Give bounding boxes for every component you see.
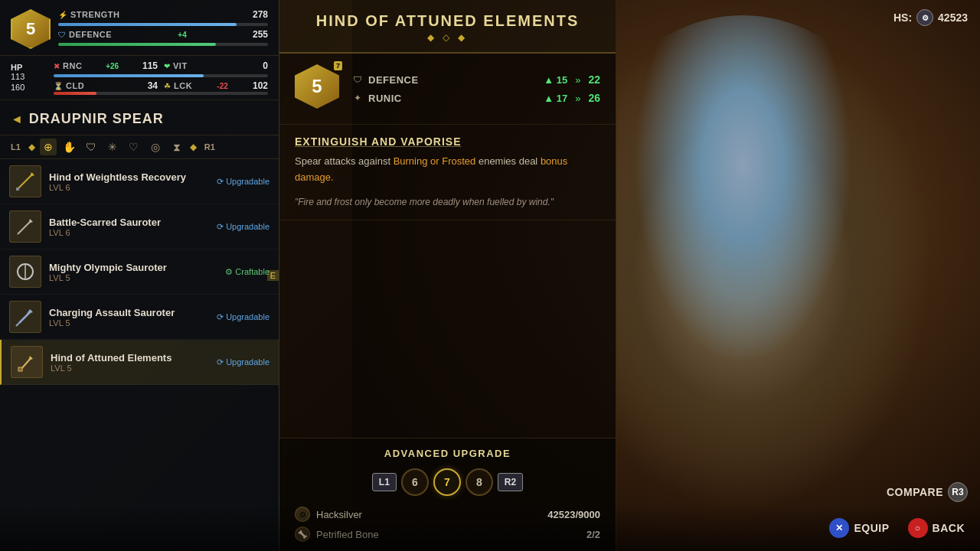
ability-description: Spear attacks against Burning or Frosted… bbox=[295, 154, 600, 186]
left-panel: 5 ⚡ STRENGTH 278 🛡 DEFENCE bbox=[0, 0, 279, 551]
svg-marker-1 bbox=[30, 172, 34, 177]
hp-val1: 113 bbox=[11, 72, 41, 82]
item-level: LVL 6 bbox=[49, 183, 209, 192]
weapon-arrow-icon: ◄ bbox=[11, 112, 23, 126]
rnc-bonus: +26 bbox=[106, 62, 119, 70]
list-item[interactable]: Mighty Olympic Sauroter LVL 5 ⚙ Craftabl… bbox=[0, 249, 279, 295]
defence-icon: 🛡 bbox=[351, 73, 364, 86]
list-item[interactable]: Charging Assault Sauroter LVL 5 ⟳ Upgrad… bbox=[0, 295, 279, 340]
hp-bar bbox=[54, 74, 268, 77]
compare-label: COMPARE bbox=[887, 486, 943, 498]
item-status: ⟳ Upgradable bbox=[217, 357, 270, 367]
nav-tabs[interactable]: L1 ◆ ⊕ ✋ 🛡 ✳ ♡ ◎ ⧗ ◆ R1 bbox=[0, 135, 279, 159]
item-status: ⟳ Upgradable bbox=[217, 222, 270, 232]
weapon-name: DRAUPNIR SPEAR bbox=[29, 111, 164, 127]
back-button[interactable]: ○ BACK bbox=[908, 518, 965, 538]
svg-line-9 bbox=[16, 323, 19, 326]
item-info: Battle-Scarred Sauroter LVL 6 bbox=[49, 217, 209, 237]
item-thumbnail bbox=[9, 301, 41, 333]
compare-area: COMPARE R3 bbox=[887, 482, 968, 502]
bottom-hud: COMPARE R3 ✕ EQUIP ○ BACK bbox=[0, 505, 980, 551]
secondary-stats: HP 113 160 ✖ RNC +26 115 ❤ VIT 0 bbox=[0, 56, 279, 100]
items-container: Hind of Weightless Recovery LVL 6 ⟳ Upgr… bbox=[0, 159, 279, 551]
hs-icon: ⚙ bbox=[916, 9, 933, 26]
runic-to: 26 bbox=[588, 92, 600, 104]
item-status: ⟳ Upgradable bbox=[217, 177, 270, 187]
svg-marker-11 bbox=[28, 356, 33, 360]
strength-label: STRENGTH bbox=[70, 10, 120, 19]
ability-desc-highlight: Burning or Frosted bbox=[394, 155, 476, 167]
strength-value: 278 bbox=[253, 9, 268, 20]
runic-stat-row: ✦ RUNIC ▲ 17 » 26 bbox=[351, 89, 600, 107]
hud-buttons: COMPARE R3 ✕ EQUIP ○ BACK bbox=[829, 518, 965, 538]
item-thumbnail bbox=[11, 346, 43, 378]
strength-bar bbox=[58, 23, 268, 26]
hs-label: HS: bbox=[893, 11, 912, 24]
equip-label: EQUIP bbox=[854, 522, 889, 534]
back-btn-icon[interactable]: ○ bbox=[908, 518, 928, 538]
upgrade-level-7-current[interactable]: 7 bbox=[433, 468, 461, 496]
nav-icon-snowflake[interactable]: ✳ bbox=[104, 139, 121, 155]
ability-desc-part1: Spear attacks against bbox=[295, 155, 394, 167]
item-info: Mighty Olympic Sauroter LVL 5 bbox=[49, 262, 217, 282]
list-item-selected[interactable]: Hind of Attuned Elements LVL 5 ⟳ Upgrada… bbox=[0, 340, 279, 385]
nav-icon-heart[interactable]: ♡ bbox=[126, 139, 142, 155]
weapon-name-section: ◄ DRAUPNIR SPEAR bbox=[0, 100, 279, 135]
r3-icon[interactable]: R3 bbox=[948, 482, 968, 502]
player-level-badge: 5 bbox=[11, 9, 51, 49]
defence-bar bbox=[58, 43, 268, 46]
upgrade-level-6[interactable]: 6 bbox=[401, 468, 429, 496]
defence-from: ▲ 15 bbox=[544, 74, 567, 86]
defence-stat-row: 🛡 DEFENCE ▲ 15 » 22 bbox=[351, 70, 600, 89]
item-level: LVL 5 bbox=[49, 318, 209, 328]
defence-bonus: +4 bbox=[178, 31, 186, 39]
defence-label: DEFENCE bbox=[69, 30, 112, 39]
upgrade-indicator: E bbox=[267, 270, 279, 281]
vit-value: 0 bbox=[263, 60, 268, 71]
item-level: LVL 6 bbox=[49, 228, 209, 237]
equip-button[interactable]: ✕ EQUIP bbox=[829, 518, 889, 538]
svg-rect-2 bbox=[16, 187, 19, 191]
title-ornament: ◆ ◇ ◆ bbox=[295, 32, 600, 43]
item-title: HIND OF ATTUNED ELEMENTS bbox=[295, 12, 600, 30]
upgrade-r2-btn[interactable]: R2 bbox=[498, 473, 523, 491]
list-item[interactable]: Hind of Weightless Recovery LVL 6 ⟳ Upgr… bbox=[0, 159, 279, 204]
runic-icon: ✦ bbox=[351, 92, 364, 104]
upgrade-l2-btn[interactable]: L1 bbox=[372, 473, 397, 491]
cld-bar bbox=[54, 92, 268, 95]
lck-bonus: -22 bbox=[217, 82, 227, 90]
item-title-bar: HIND OF ATTUNED ELEMENTS ◆ ◇ ◆ bbox=[279, 0, 616, 54]
item-level: LVL 5 bbox=[49, 273, 217, 282]
nav-icon-shield[interactable]: 🛡 bbox=[83, 139, 100, 155]
nav-icon-active[interactable]: ⊕ bbox=[40, 139, 57, 155]
cld-value: 34 bbox=[148, 80, 158, 91]
defence-value: 255 bbox=[253, 29, 268, 40]
nav-icon-hourglass[interactable]: ⧗ bbox=[168, 139, 185, 155]
ability-desc-part2: enemies deal bbox=[475, 155, 541, 167]
upgrade-title: ADVANCED UPGRADE bbox=[295, 448, 600, 459]
runic-stat-name: RUNIC bbox=[368, 93, 539, 104]
nav-l1-btn[interactable]: L1 bbox=[8, 141, 24, 153]
hs-value: 42523 bbox=[938, 11, 968, 24]
item-level-hex: 5 bbox=[295, 64, 339, 109]
ability-quote: "Fire and frost only become more deadly … bbox=[295, 195, 600, 209]
item-info: Charging Assault Sauroter LVL 5 bbox=[49, 307, 209, 328]
nav-r1-btn[interactable]: R1 bbox=[201, 141, 218, 153]
nav-icon-circle[interactable]: ◎ bbox=[147, 139, 164, 155]
item-thumbnail bbox=[9, 210, 41, 243]
vit-label: VIT bbox=[173, 61, 188, 70]
ability-section: EXTINGUISH AND VAPORISE Spear attacks ag… bbox=[279, 125, 616, 220]
equip-btn-icon[interactable]: ✕ bbox=[829, 518, 849, 538]
item-level-max: 7 bbox=[334, 61, 342, 70]
runic-from: ▲ 17 bbox=[544, 93, 567, 104]
upgrade-levels: L1 6 7 8 R2 bbox=[295, 468, 600, 496]
list-item[interactable]: Battle-Scarred Sauroter LVL 6 ⟳ Upgradab… bbox=[0, 204, 279, 249]
item-thumbnail bbox=[9, 256, 41, 288]
item-name: Hind of Attuned Elements bbox=[51, 352, 209, 364]
item-name: Mighty Olympic Sauroter bbox=[49, 262, 217, 273]
rnc-value: 115 bbox=[142, 60, 158, 71]
item-level: LVL 5 bbox=[51, 364, 209, 373]
nav-icon-hand[interactable]: ✋ bbox=[61, 139, 78, 155]
svg-marker-4 bbox=[28, 219, 33, 223]
upgrade-level-8[interactable]: 8 bbox=[466, 468, 493, 496]
